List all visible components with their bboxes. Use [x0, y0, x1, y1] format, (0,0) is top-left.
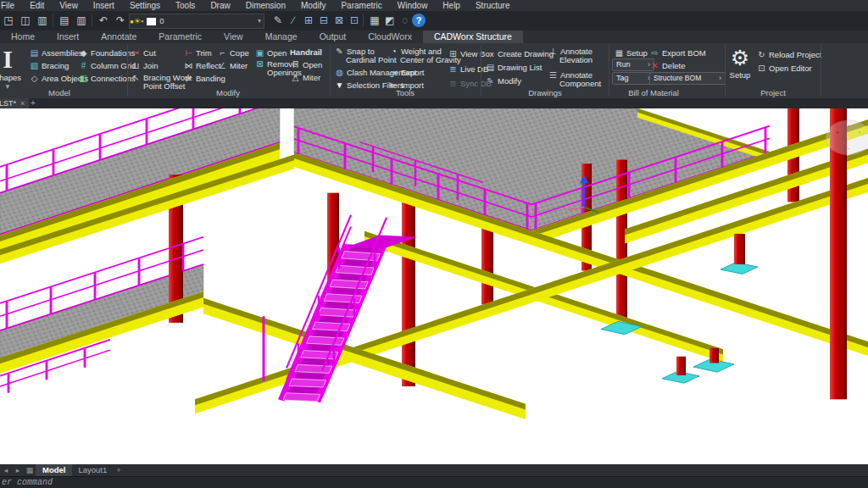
create-drawing-button[interactable]: ▱Create Drawing — [485, 47, 554, 58]
annotate-elevation-line2[interactable]: Elevation — [559, 53, 593, 64]
panel-title-model: Model — [48, 88, 70, 98]
reload-project-button[interactable]: ↻Reload Project — [756, 48, 821, 58]
chevron-down-icon[interactable]: ▾ — [258, 14, 261, 28]
navigation-wheel[interactable] — [826, 120, 868, 155]
menu-edit[interactable]: Edit — [22, 0, 52, 11]
close-icon[interactable]: × — [16, 99, 25, 108]
help-icon[interactable]: ? — [412, 14, 426, 27]
layer-name: 0 — [159, 16, 164, 25]
join-button[interactable]: ⊔Join — [131, 59, 158, 69]
array-icon[interactable]: ⊠ — [331, 11, 348, 30]
menu-draw[interactable]: Draw — [203, 0, 237, 11]
trim-button[interactable]: ⊢Trim — [183, 47, 212, 57]
undo-icon[interactable]: ↶ — [95, 11, 112, 30]
tab-cadworx-structure[interactable]: CADWorx Structure — [423, 30, 523, 43]
menu-parametric[interactable]: Parametric — [333, 0, 389, 11]
banding-icon: ⇄ — [183, 74, 194, 84]
open-button[interactable]: ▣Open — [254, 47, 287, 57]
new-layout-button[interactable]: + — [113, 464, 125, 476]
create-drawing-icon: ▱ — [485, 49, 496, 59]
handrail-miter-button[interactable]: △Miter — [290, 71, 320, 81]
bom-delete-button[interactable]: ✕Delete — [649, 59, 685, 69]
new-document-tab-button[interactable]: + — [31, 98, 36, 108]
eraser-icon[interactable]: ◩ — [381, 11, 398, 30]
layer-thaw-icon[interactable]: ☀ — [134, 17, 141, 25]
zoom-icon[interactable]: ◌ — [397, 11, 414, 30]
properties-icon[interactable]: ▦ — [366, 11, 383, 30]
menu-help[interactable]: Help — [435, 0, 468, 11]
open-editor-button[interactable]: ⊡Open Editor — [756, 62, 812, 72]
menu-window[interactable]: Window — [390, 0, 436, 11]
layer-lock-icon[interactable]: ▪ — [141, 17, 143, 25]
cope-button[interactable]: ⌐Cope — [217, 47, 249, 57]
annotate-component-icon: ☰ — [548, 70, 559, 80]
export-bom-button[interactable]: ⇨Export BOM — [649, 47, 706, 57]
command-line[interactable]: er command — [0, 476, 868, 488]
drawings-modify-button[interactable]: ✎Modify — [485, 75, 521, 85]
save-all-icon[interactable]: ▥ — [34, 11, 51, 30]
color-swatch[interactable] — [147, 18, 156, 25]
bom-setup-button[interactable]: ▦Setup — [614, 47, 648, 57]
assemblies-button[interactable]: ▤Assemblies — [29, 47, 83, 57]
menu-modify[interactable]: Modify — [293, 0, 333, 11]
bracing-button[interactable]: ▧Bracing — [29, 59, 69, 69]
match-properties-icon[interactable]: ✎ — [270, 11, 287, 30]
menu-dimension[interactable]: Dimension — [238, 0, 293, 11]
last-layout-icon[interactable]: ▸ — [12, 464, 24, 476]
tab-cloudworx[interactable]: CloudWorx — [357, 30, 423, 43]
structure-bom-button[interactable]: Structure BOM› — [649, 72, 726, 85]
group-icon[interactable]: ⊞ — [300, 11, 317, 30]
cut-icon: ✂ — [131, 48, 142, 58]
structural-model-canvas[interactable] — [0, 108, 868, 464]
handrail-open-button[interactable]: ΠOpen — [290, 58, 322, 69]
bracing-work-point-offset-line2[interactable]: Point Offset — [143, 80, 185, 90]
drawing-list-button[interactable]: ▤Drawing List — [485, 61, 542, 71]
tab-home[interactable]: Home — [0, 30, 46, 43]
live-db-button[interactable]: ≣Live DB — [448, 63, 488, 73]
shapes-button[interactable]: I Shapes ▾ — [0, 45, 27, 96]
divider — [481, 45, 481, 96]
save-icon[interactable]: ◫ — [17, 11, 34, 30]
tab-view[interactable]: View — [213, 30, 254, 43]
divider — [330, 45, 331, 96]
bom-tag-button[interactable]: Tag› — [612, 72, 654, 85]
menu-tools[interactable]: Tools — [168, 0, 203, 11]
view-box-icon: ⊞ — [448, 49, 459, 59]
isolate-icon[interactable]: ⊡ — [346, 11, 363, 30]
cut-button[interactable]: ✂Cut — [131, 47, 156, 57]
export-button[interactable]: ⇥Export — [388, 66, 424, 76]
measure-icon[interactable]: ∕ — [285, 11, 302, 30]
assemblies-icon: ▤ — [29, 48, 40, 58]
first-layout-icon[interactable]: ◂ — [0, 464, 12, 476]
layer-control[interactable]: ●☀▪0 ▾ — [129, 14, 264, 29]
viewport-3d-model[interactable] — [0, 108, 868, 464]
ungroup-icon[interactable]: ⊟ — [315, 11, 332, 30]
reflect-button[interactable]: ⋈Reflect — [183, 59, 221, 69]
tab-parametric[interactable]: Parametric — [147, 30, 213, 43]
shapes-icon: I — [0, 45, 27, 74]
document-tab[interactable]: LST*× — [0, 98, 29, 108]
plot-icon[interactable]: ▤ — [56, 11, 73, 30]
tab-annotate[interactable]: Annotate — [90, 30, 147, 43]
banding-button[interactable]: ⇄Banding — [183, 72, 225, 82]
layout1-tab[interactable]: Layout1 — [72, 464, 113, 476]
tab-insert[interactable]: Insert — [46, 30, 90, 43]
miter-button[interactable]: ∠Miter — [217, 59, 248, 69]
menu-view[interactable]: View — [52, 0, 86, 11]
print-preview-icon[interactable]: ▥ — [73, 11, 90, 30]
menu-settings[interactable]: Settings — [122, 0, 168, 11]
annotate-component-line2[interactable]: Component — [559, 77, 601, 87]
bom-run-button[interactable]: Run› — [612, 58, 654, 71]
menu-structure[interactable]: Structure — [468, 0, 518, 11]
open-icon[interactable]: ◳ — [0, 11, 17, 30]
menu-file[interactable]: File — [0, 0, 22, 11]
project-setup-button[interactable]: ⚙ Setup — [727, 45, 753, 96]
layout-list-icon[interactable]: ▦ — [24, 464, 36, 476]
tab-manage[interactable]: Manage — [254, 30, 309, 43]
divider — [821, 45, 821, 96]
menu-insert[interactable]: Insert — [86, 0, 122, 11]
model-tab[interactable]: Model — [36, 464, 72, 476]
redo-icon[interactable]: ↷ — [112, 11, 129, 30]
tab-output[interactable]: Output — [309, 30, 358, 43]
export-bom-icon: ⇨ — [649, 48, 660, 58]
